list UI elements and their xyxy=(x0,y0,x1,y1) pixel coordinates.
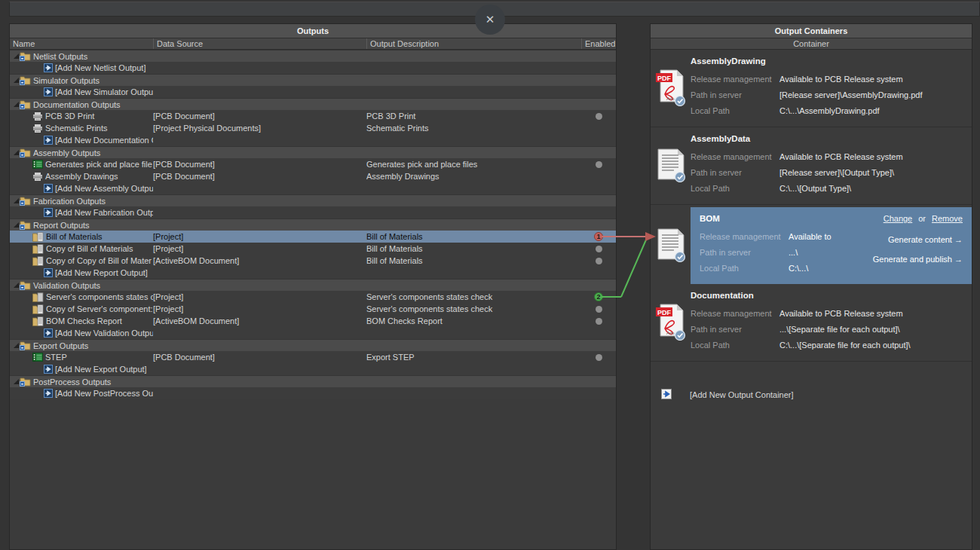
close-icon: ✕ xyxy=(485,13,495,26)
output-row[interactable]: Bill of Materials[Project]Bill of Materi… xyxy=(10,231,616,243)
expand-collapse-icon[interactable] xyxy=(13,280,20,291)
enabled-dot[interactable] xyxy=(596,246,602,252)
output-group-row[interactable]: Documentation Outputs xyxy=(10,98,616,110)
output-group-row[interactable]: PostProcess Outputs xyxy=(10,375,616,387)
output-group-row[interactable]: Fabrication Outputs xyxy=(10,194,616,206)
generate-and-publish-link[interactable]: Generate and publish → xyxy=(873,255,963,264)
add-output-row[interactable]: [Add New Netlist Output] xyxy=(10,62,616,74)
expand-collapse-icon[interactable] xyxy=(13,340,20,351)
expand-collapse-icon[interactable] xyxy=(13,147,20,158)
output-row[interactable]: Copy of Bill of Materials[Project]Bill o… xyxy=(10,243,616,255)
output-group-row[interactable]: Simulator Outputs xyxy=(10,74,616,86)
enabled-dot[interactable] xyxy=(596,113,602,120)
expand-collapse-icon[interactable] xyxy=(13,75,20,86)
expand-collapse-icon[interactable] xyxy=(13,195,20,206)
column-data-source: Data Source xyxy=(153,38,366,49)
output-name: [Add New Documentation O xyxy=(55,134,153,146)
output-name: Validation Outputs xyxy=(33,280,100,291)
enabled-dot[interactable] xyxy=(596,161,602,168)
container-section-assemblydrawing[interactable]: PDFAdoAssemblyDrawingRelease managementA… xyxy=(651,50,972,127)
add-output-row[interactable]: [Add New Validation Output xyxy=(10,327,616,339)
column-output-description: Output Description xyxy=(366,38,581,49)
add-icon xyxy=(44,365,53,374)
expand-collapse-icon[interactable] xyxy=(13,376,20,387)
output-name: [Add New Simulator Output] xyxy=(55,86,153,98)
container-field-value: C:\...\AssemblyDrawing.pdf xyxy=(779,103,880,119)
printer-icon xyxy=(32,172,43,182)
output-group-row[interactable]: Assembly Outputs xyxy=(10,146,616,158)
output-row[interactable]: BOM Checks Report[ActiveBOM Document]BOM… xyxy=(10,315,616,327)
add-icon xyxy=(44,136,53,145)
output-row[interactable]: STEP[PCB Document]Export STEP xyxy=(10,351,616,363)
enabled-badge-1[interactable]: 1 xyxy=(594,232,603,241)
container-section-documentation[interactable]: PDFAdoDocumentationRelease managementAva… xyxy=(651,284,972,362)
remove-link[interactable]: Remove xyxy=(932,214,963,223)
add-output-row[interactable]: [Add New Documentation O xyxy=(10,134,616,146)
output-data-source: [Project] xyxy=(153,291,366,303)
output-name: STEP xyxy=(45,351,67,363)
container-field-label: Release management xyxy=(691,149,779,165)
output-row[interactable]: Generates pick and place file[PCB Docume… xyxy=(10,158,616,170)
generate-content-link[interactable]: Generate content → xyxy=(888,235,963,244)
output-name: [Add New Export Output] xyxy=(55,363,147,375)
arrow-right-icon: → xyxy=(954,235,963,244)
output-name: PostProcess Outputs xyxy=(33,376,111,387)
container-field-value: C:\...\ xyxy=(789,261,808,277)
container-field-label: Release management xyxy=(700,229,789,245)
add-output-row[interactable]: [Add New PostProcess Outpu xyxy=(10,387,616,399)
container-field-label: Local Path xyxy=(691,338,779,353)
grid-icon xyxy=(32,353,43,362)
outputs-tree: Netlist Outputs[Add New Netlist Output]S… xyxy=(10,50,616,399)
add-output-row[interactable]: [Add New Report Output] xyxy=(10,267,616,279)
add-output-row[interactable]: [Add New Export Output] xyxy=(10,363,616,375)
add-output-row[interactable]: [Add New Assembly Output] xyxy=(10,182,616,194)
output-row[interactable]: PCB 3D Print[PCB Document]PCB 3D Print xyxy=(10,110,616,122)
output-group-row[interactable]: Validation Outputs xyxy=(10,279,616,291)
output-row[interactable]: Copy of Copy of Bill of Mater[ActiveBOM … xyxy=(10,255,616,267)
expand-collapse-icon[interactable] xyxy=(13,99,20,110)
output-data-source: [PCB Document] xyxy=(153,351,366,363)
enabled-badge-2[interactable]: 2 xyxy=(594,292,603,301)
output-data-source: [Project] xyxy=(153,231,366,243)
container-name: AssemblyData xyxy=(691,134,966,143)
output-description: Server's components states check xyxy=(366,291,581,303)
containers-list: PDFAdoAssemblyDrawingRelease managementA… xyxy=(651,50,972,362)
output-name: Report Outputs xyxy=(33,219,90,231)
enabled-dot[interactable] xyxy=(596,318,602,325)
report-icon xyxy=(32,304,44,314)
output-group-row[interactable]: Export Outputs xyxy=(10,339,616,351)
output-name: [Add New PostProcess Outpu xyxy=(55,387,153,399)
enabled-dot[interactable] xyxy=(596,258,602,264)
output-row[interactable]: Assembly Drawings[PCB Document]Assembly … xyxy=(10,170,616,182)
output-name: [Add New Fabrication Outpu xyxy=(55,206,153,218)
output-group-row[interactable]: Netlist Outputs xyxy=(10,50,616,62)
add-icon xyxy=(44,208,53,217)
container-field-label: Path in server xyxy=(691,322,779,338)
output-group-row[interactable]: Report Outputs xyxy=(10,218,616,231)
close-button[interactable]: ✕ xyxy=(475,5,505,35)
output-description: Server's components states check xyxy=(366,303,581,315)
svg-text:PDF: PDF xyxy=(657,309,672,316)
add-new-output-container[interactable]: [Add New Output Container] xyxy=(651,389,972,401)
output-description: PCB 3D Print xyxy=(366,110,581,122)
add-output-row[interactable]: [Add New Fabrication Outpu xyxy=(10,206,616,218)
expand-collapse-icon[interactable] xyxy=(13,50,20,62)
container-section-assemblydata[interactable]: AssemblyDataRelease managementAvailable … xyxy=(651,127,972,205)
output-row[interactable]: Schematic Prints[Project Physical Docume… xyxy=(10,122,616,134)
arrow-right-icon: → xyxy=(954,255,963,264)
report-icon xyxy=(32,256,44,266)
container-section-bom[interactable]: BOMRelease managementAvailable toPath in… xyxy=(651,205,972,284)
output-name: Generates pick and place file xyxy=(45,158,152,170)
output-row[interactable]: Copy of Server's component:[Project]Serv… xyxy=(10,303,616,315)
folder-icon xyxy=(20,99,31,109)
output-row[interactable]: Server's components states c[Project]Ser… xyxy=(10,291,616,303)
enabled-dot[interactable] xyxy=(596,354,602,361)
output-description: Bill of Materials xyxy=(366,231,581,243)
change-link[interactable]: Change xyxy=(884,214,913,223)
container-field-value: [Release server]\AssemblyDrawing.pdf xyxy=(779,87,923,103)
expand-collapse-icon[interactable] xyxy=(13,219,20,231)
output-data-source: [PCB Document] xyxy=(153,110,366,122)
enabled-dot[interactable] xyxy=(596,306,602,313)
add-output-row[interactable]: [Add New Simulator Output] xyxy=(10,86,616,98)
folder-icon xyxy=(20,377,31,387)
